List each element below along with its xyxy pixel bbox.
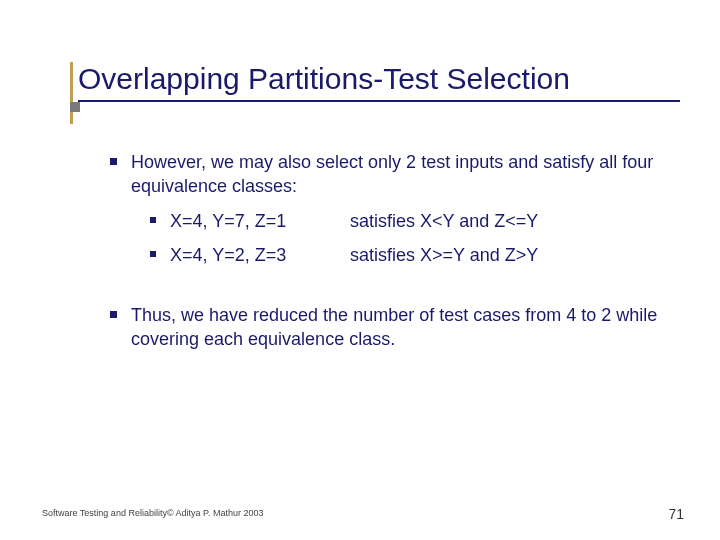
example-2-condition: satisfies X>=Y and Z>Y: [350, 243, 538, 267]
footer-text: Software Testing and Reliability© Aditya…: [42, 508, 263, 518]
bullet-1-text: However, we may also select only 2 test …: [131, 150, 660, 199]
bullet-2: Thus, we have reduced the number of test…: [110, 303, 660, 352]
slide: Overlapping Partitions-Test Selection Ho…: [0, 0, 720, 540]
accent-square: [70, 102, 80, 112]
bullet-1: However, we may also select only 2 test …: [110, 150, 660, 199]
bullet-2-text: Thus, we have reduced the number of test…: [131, 303, 660, 352]
bullet-square-icon: [150, 217, 156, 223]
page-number: 71: [668, 506, 684, 522]
body-content: However, we may also select only 2 test …: [110, 150, 660, 358]
bullet-square-icon: [110, 311, 117, 318]
bullet-1-sub-2: X=4, Y=2, Z=3 satisfies X>=Y and Z>Y: [150, 243, 660, 267]
title-block: Overlapping Partitions-Test Selection: [78, 62, 680, 102]
accent-vertical-bar: [70, 62, 73, 124]
bullet-1-sub-1: X=4, Y=7, Z=1 satisfies X<Y and Z<=Y: [150, 209, 660, 233]
slide-title: Overlapping Partitions-Test Selection: [78, 62, 680, 96]
title-underline: [78, 100, 680, 102]
bullet-square-icon: [110, 158, 117, 165]
example-1-condition: satisfies X<Y and Z<=Y: [350, 209, 538, 233]
example-2-values: X=4, Y=2, Z=3: [170, 243, 350, 267]
bullet-square-icon: [150, 251, 156, 257]
example-1-values: X=4, Y=7, Z=1: [170, 209, 350, 233]
